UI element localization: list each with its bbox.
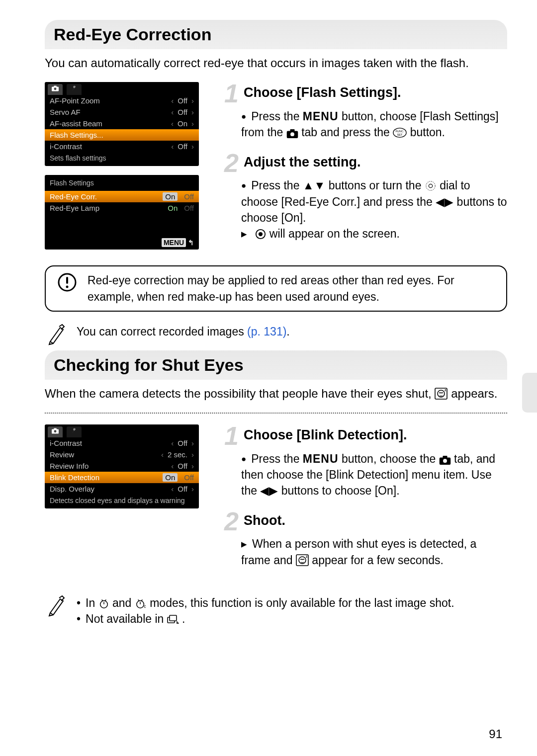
step-title-shoot: Shoot. xyxy=(244,510,285,528)
self-timer-icon xyxy=(98,598,109,609)
svg-point-10 xyxy=(429,184,432,188)
red-eye-indicator-icon xyxy=(255,229,266,240)
svg-rect-20 xyxy=(54,428,57,430)
lcd-tab-wrench-icon xyxy=(67,84,82,95)
step-body-b2: When a person with shut eyes is detected… xyxy=(241,536,507,568)
warning-text: Red-eye correction may be applied to red… xyxy=(88,272,496,304)
step-number-1: 1 xyxy=(219,82,239,105)
func-set-button-icon: FUNC.SET xyxy=(393,127,407,138)
step-body-1: Press the MENU button, choose [Flash Set… xyxy=(241,108,507,140)
chapter-tab xyxy=(522,373,537,413)
lcd-screenshot-flash-settings: Flash Settings Red-Eye Corr.OnOffRed-Eye… xyxy=(45,175,199,250)
lcd-tab-camera-icon xyxy=(48,84,63,95)
svg-point-9 xyxy=(426,181,435,190)
lcd-menu-row: Review Info‹ Off › xyxy=(45,460,199,472)
lcd-screenshot-shooting-menu: AF-Point Zoom‹ Off ›Servo AF‹ Off ›AF-as… xyxy=(45,82,199,166)
intro-text-2: When the camera detects the possibility … xyxy=(45,386,507,402)
svg-rect-23 xyxy=(443,456,447,458)
step-title-choose-blink: Choose [Blink Detection]. xyxy=(244,424,407,443)
svg-text:SET: SET xyxy=(397,133,403,136)
left-right-buttons-icon: ◀▶ xyxy=(260,484,278,497)
step-title-adjust: Adjust the setting. xyxy=(244,152,361,170)
svg-text:c: c xyxy=(144,604,146,609)
pencil-icon xyxy=(45,324,68,345)
step-number-b2: 2 xyxy=(219,510,239,533)
lcd-menu-row: Flash Settings... xyxy=(45,129,199,141)
lcd-menu-row: Review‹ 2 sec. › xyxy=(45,449,199,460)
page-number: 91 xyxy=(489,727,502,741)
lcd-tab-wrench-icon xyxy=(67,426,82,437)
left-right-buttons-icon: ◀▶ xyxy=(436,195,453,208)
svg-text:FUNC.: FUNC. xyxy=(396,130,405,133)
section-heading-red-eye: Red-Eye Correction xyxy=(45,20,507,49)
lcd-status-text: Sets flash settings xyxy=(45,152,199,166)
lcd-menu-row: Disp. Overlay‹ Off › xyxy=(45,483,199,495)
intro-text: You can automatically correct red-eye th… xyxy=(45,55,507,71)
step-body-2: Press the ▲▼ buttons or turn the dial to… xyxy=(241,177,507,242)
svg-rect-1 xyxy=(54,86,57,87)
camera-tab-icon xyxy=(286,129,298,138)
lcd-menu-back-label: MENU ↰ xyxy=(45,239,199,250)
step-title-choose-flash: Choose [Flash Settings]. xyxy=(244,82,401,100)
blink-detection-face-icon: z xyxy=(296,554,309,566)
tip-note-correct-recorded: You can correct recorded images (p. 131)… xyxy=(45,319,507,350)
svg-point-21 xyxy=(54,430,57,432)
svg-text:z: z xyxy=(445,388,447,392)
step-number-2: 2 xyxy=(219,152,239,175)
step-number-b1: 1 xyxy=(219,424,239,448)
svg-text:z: z xyxy=(306,555,308,558)
lcd-menu-row: Red-Eye Corr.OnOff xyxy=(45,191,199,202)
svg-point-5 xyxy=(290,133,294,137)
lcd-title: Flash Settings xyxy=(45,175,199,191)
step-body-b1: Press the MENU button, choose the tab, a… xyxy=(241,451,507,499)
svg-rect-14 xyxy=(66,277,68,284)
svg-point-2 xyxy=(54,88,57,90)
svg-point-12 xyxy=(259,232,263,236)
tip-note-shut-eyes: In and c modes, this function is only av… xyxy=(45,590,507,632)
svg-rect-4 xyxy=(290,129,294,132)
lcd-menu-row: i-Contrast‹ Off › xyxy=(45,141,199,152)
lcd-tab-camera-icon xyxy=(48,426,63,437)
lcd-menu-row: AF-Point Zoom‹ Off › xyxy=(45,95,199,106)
custom-timer-icon: c xyxy=(135,598,147,609)
lcd-screenshot-blink-menu: i-Contrast‹ Off ›Review‹ 2 sec. ›Review … xyxy=(45,424,199,508)
lcd-menu-row: Blink DetectionOnOff xyxy=(45,472,199,483)
svg-point-24 xyxy=(443,459,447,463)
svg-rect-32 xyxy=(170,615,177,621)
svg-point-15 xyxy=(66,286,69,288)
lcd-menu-row: Red-Eye LampOnOff xyxy=(45,202,199,214)
menu-button-icon: MENU xyxy=(303,452,339,465)
menu-button-icon: MENU xyxy=(303,110,339,123)
control-dial-icon xyxy=(425,180,437,191)
pencil-icon xyxy=(45,595,68,617)
continuous-shooting-icon xyxy=(167,615,179,625)
lcd-menu-row: i-Contrast‹ Off › xyxy=(45,437,199,449)
camera-tab-icon xyxy=(439,456,451,465)
lcd-menu-row: Servo AF‹ Off › xyxy=(45,106,199,118)
section-heading-shut-eyes: Checking for Shut Eyes xyxy=(45,350,507,380)
lcd-status-text-2: Detects closed eyes and displays a warni… xyxy=(45,495,199,508)
up-down-buttons-icon: ▲▼ xyxy=(303,179,326,192)
exclamation-icon xyxy=(56,272,79,292)
warning-note: Red-eye correction may be applied to red… xyxy=(45,265,507,311)
blink-detection-face-icon: z xyxy=(435,388,448,400)
page-link-131[interactable]: (p. 131) xyxy=(247,325,286,338)
lcd-menu-row: AF-assist Beam‹ On › xyxy=(45,118,199,129)
divider xyxy=(45,413,507,414)
